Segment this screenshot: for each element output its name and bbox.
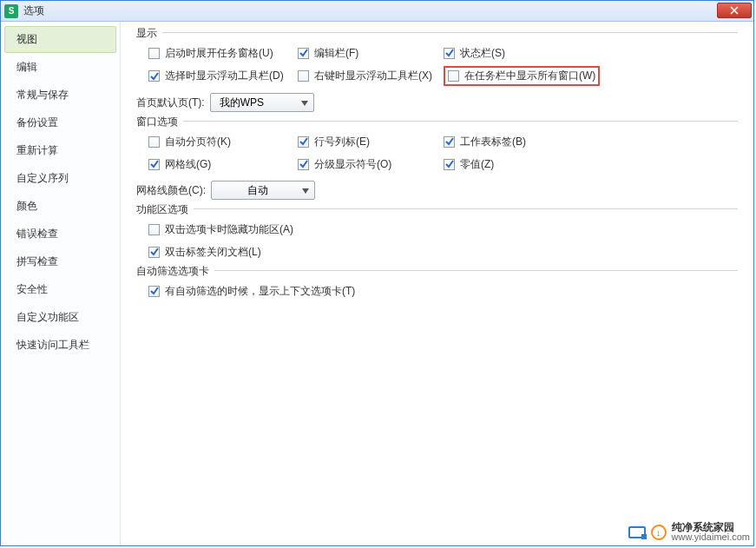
sidebar-item-recalc[interactable]: 重新计算 — [4, 137, 116, 164]
watermark-box-icon — [628, 526, 646, 538]
sidebar-item-backup[interactable]: 备份设置 — [4, 109, 116, 136]
checkbox-zero-values[interactable] — [444, 159, 455, 170]
watermark: ↓ 纯净系统家园 www.yidaimei.com — [628, 522, 750, 542]
grid-color-select[interactable]: 自动 — [211, 181, 315, 200]
default-page-label: 首页默认页(T): — [136, 96, 205, 110]
checkbox-label: 启动时展开任务窗格(U) — [165, 46, 273, 61]
sidebar-item-spell-check[interactable]: 拼写检查 — [4, 248, 116, 275]
sidebar-item-label: 备份设置 — [16, 116, 58, 129]
checkbox-label: 行号列标(E) — [314, 135, 370, 149]
sidebar-item-label: 自定义序列 — [16, 172, 69, 184]
checkbox-label: 网格线(G) — [165, 157, 211, 172]
sidebar-item-label: 视图 — [16, 33, 37, 45]
checkbox-label: 右键时显示浮动工具栏(X) — [314, 69, 432, 83]
select-value: 自动 — [220, 183, 295, 198]
watermark-url: www.yidaimei.com — [672, 532, 750, 542]
checkbox-gridlines[interactable] — [148, 159, 160, 170]
checkbox-show-context-tab[interactable] — [148, 286, 160, 297]
sidebar-item-label: 自定义功能区 — [16, 311, 79, 323]
sidebar-item-general-save[interactable]: 常规与保存 — [4, 82, 116, 109]
checkbox-label: 零值(Z) — [460, 157, 494, 172]
checkbox-show-windows-taskbar[interactable] — [448, 70, 459, 82]
sidebar-item-label: 重新计算 — [16, 144, 58, 156]
checkbox-auto-pagebreak[interactable] — [148, 136, 160, 148]
sidebar-item-error-check[interactable]: 错误检查 — [4, 221, 116, 248]
close-button[interactable] — [717, 3, 752, 18]
close-icon — [730, 6, 739, 15]
checkbox-startup-task-pane[interactable] — [148, 48, 160, 59]
sidebar-item-color[interactable]: 颜色 — [4, 193, 116, 220]
checkbox-label: 在任务栏中显示所有窗口(W) — [464, 69, 595, 83]
app-icon: S — [4, 4, 18, 18]
highlighted-option: 在任务栏中显示所有窗口(W) — [444, 66, 600, 86]
sidebar-item-view[interactable]: 视图 — [4, 26, 116, 53]
grid-color-label: 网格线颜色(C): — [136, 183, 206, 198]
group-window-options: 窗口选项 自动分页符(K) 行号列标(E) 工作表标签(B) — [136, 121, 738, 200]
checkbox-label: 工作表标签(B) — [460, 135, 526, 149]
sidebar-item-label: 编辑 — [16, 61, 37, 73]
checkbox-label: 编辑栏(F) — [314, 46, 358, 61]
group-autofilter: 自动筛选选项卡 有自动筛选的时候，显示上下文选项卡(T) — [136, 270, 738, 300]
sidebar-item-label: 颜色 — [16, 200, 37, 212]
group-title: 功能区选项 — [136, 202, 194, 217]
sidebar-item-edit[interactable]: 编辑 — [4, 54, 116, 81]
sidebar-item-label: 安全性 — [16, 283, 48, 295]
select-value: 我的WPS — [220, 96, 264, 110]
checkbox-sheet-tabs[interactable] — [444, 136, 455, 148]
checkbox-status-bar[interactable] — [444, 48, 455, 59]
sidebar-item-label: 快速访问工具栏 — [16, 339, 89, 351]
watermark-arrow-icon: ↓ — [651, 525, 667, 540]
sidebar-item-custom-ribbon[interactable]: 自定义功能区 — [4, 304, 116, 331]
sidebar-item-label: 拼写检查 — [16, 255, 58, 267]
checkbox-dblclick-close-doc[interactable] — [148, 247, 160, 258]
checkbox-label: 有自动筛选的时候，显示上下文选项卡(T) — [165, 284, 355, 299]
sidebar-item-custom-list[interactable]: 自定义序列 — [4, 165, 116, 192]
checkbox-label: 分级显示符号(O) — [314, 157, 391, 172]
group-display: 显示 启动时展开任务窗格(U) 编辑栏(F) 状态栏(S) — [136, 32, 738, 112]
checkbox-row-col-header[interactable] — [298, 136, 309, 148]
sidebar: 视图 编辑 常规与保存 备份设置 重新计算 自定义序列 颜色 错误检查 拼写检查… — [1, 22, 121, 545]
sidebar-item-security[interactable]: 安全性 — [4, 276, 116, 303]
checkbox-edit-bar[interactable] — [298, 48, 309, 59]
sidebar-item-label: 常规与保存 — [16, 89, 69, 101]
checkbox-label: 选择时显示浮动工具栏(D) — [165, 69, 284, 83]
checkbox-float-toolbar-rightclick[interactable] — [298, 70, 309, 82]
group-title: 窗口选项 — [136, 115, 183, 129]
options-window: S 选项 视图 编辑 常规与保存 备份设置 重新计算 自定义序列 颜色 错误检查… — [0, 0, 754, 546]
group-title: 显示 — [136, 26, 162, 41]
sidebar-item-label: 错误检查 — [16, 228, 58, 240]
checkbox-label: 自动分页符(K) — [165, 135, 231, 149]
checkbox-outline-symbols[interactable] — [298, 159, 309, 170]
checkbox-label: 状态栏(S) — [460, 46, 505, 61]
chevron-down-icon — [301, 96, 308, 109]
checkbox-float-toolbar-select[interactable] — [148, 70, 160, 82]
checkbox-label: 双击选项卡时隐藏功能区(A) — [165, 222, 293, 237]
checkbox-dblclick-hide-ribbon[interactable] — [148, 224, 160, 235]
chevron-down-icon — [302, 184, 309, 196]
group-ribbon: 功能区选项 双击选项卡时隐藏功能区(A) 双击标签关闭文档(L) — [136, 208, 738, 261]
group-title: 自动筛选选项卡 — [136, 264, 214, 279]
checkbox-label: 双击标签关闭文档(L) — [165, 245, 261, 260]
default-page-select[interactable]: 我的WPS — [210, 93, 314, 112]
window-title: 选项 — [23, 3, 44, 18]
sidebar-item-quick-access[interactable]: 快速访问工具栏 — [4, 332, 116, 359]
titlebar: S 选项 — [1, 1, 753, 22]
main-panel: 显示 启动时展开任务窗格(U) 编辑栏(F) 状态栏(S) — [121, 22, 753, 545]
